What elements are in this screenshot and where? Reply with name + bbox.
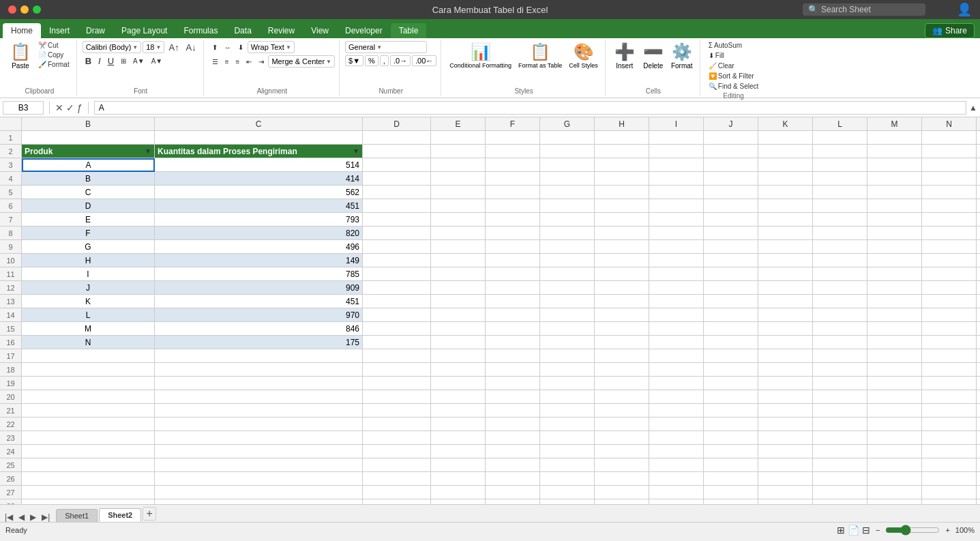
cell-m12[interactable] <box>867 281 922 295</box>
cell-e27[interactable] <box>431 486 486 499</box>
align-bottom-button[interactable]: ⬇ <box>235 43 246 52</box>
cell-o18[interactable] <box>977 363 980 377</box>
cell-n15[interactable] <box>922 322 977 336</box>
cell-k6[interactable] <box>758 199 813 213</box>
cell-j24[interactable] <box>704 445 758 458</box>
cell-h26[interactable] <box>595 472 649 486</box>
cell-g25[interactable] <box>540 458 595 472</box>
cell-n18[interactable] <box>922 363 977 377</box>
cell-e16[interactable] <box>431 336 486 349</box>
insert-button[interactable]: ➕ Insert <box>611 41 638 71</box>
cell-j2[interactable] <box>704 145 758 158</box>
cell-b13[interactable]: K <box>22 295 155 308</box>
cell-d16[interactable] <box>363 336 431 349</box>
cell-o8[interactable] <box>977 226 980 240</box>
cell-d17[interactable] <box>363 349 431 363</box>
cell-e20[interactable] <box>431 390 486 404</box>
cell-g9[interactable] <box>540 240 595 254</box>
cell-h21[interactable] <box>595 404 649 418</box>
cell-c12[interactable]: 909 <box>155 281 363 295</box>
cell-d23[interactable] <box>363 431 431 445</box>
cell-o19[interactable] <box>977 377 980 390</box>
wrap-text-dropdown[interactable]: Wrap Text ▼ <box>248 41 295 53</box>
col-header-d[interactable]: D <box>363 117 431 131</box>
cell-b12[interactable]: J <box>22 281 155 295</box>
cell-g16[interactable] <box>540 336 595 349</box>
cell-j1[interactable] <box>704 131 758 145</box>
cell-j6[interactable] <box>704 199 758 213</box>
cell-n13[interactable] <box>922 295 977 308</box>
cell-h22[interactable] <box>595 418 649 431</box>
cell-k21[interactable] <box>758 404 813 418</box>
cell-e3[interactable] <box>431 158 486 172</box>
cell-m27[interactable] <box>867 486 922 499</box>
cell-e24[interactable] <box>431 445 486 458</box>
cell-m16[interactable] <box>867 336 922 349</box>
align-center-button[interactable]: ≡ <box>222 57 232 66</box>
cell-n17[interactable] <box>922 349 977 363</box>
cell-l19[interactable] <box>813 377 867 390</box>
cell-d27[interactable] <box>363 486 431 499</box>
cell-f3[interactable] <box>486 158 540 172</box>
cell-n5[interactable] <box>922 186 977 199</box>
cell-h27[interactable] <box>595 486 649 499</box>
col-header-i[interactable]: I <box>649 117 704 131</box>
cell-m4[interactable] <box>867 172 922 186</box>
cell-j26[interactable] <box>704 472 758 486</box>
cell-m28[interactable] <box>867 499 922 504</box>
cell-k3[interactable] <box>758 158 813 172</box>
cell-e26[interactable] <box>431 472 486 486</box>
cell-b18[interactable] <box>22 363 155 377</box>
cell-n26[interactable] <box>922 472 977 486</box>
underline-button[interactable]: U <box>105 55 117 67</box>
cell-b6[interactable]: D <box>22 199 155 213</box>
cell-o2[interactable] <box>977 145 980 158</box>
cell-d28[interactable] <box>363 499 431 504</box>
cell-l13[interactable] <box>813 295 867 308</box>
cell-h12[interactable] <box>595 281 649 295</box>
cell-f12[interactable] <box>486 281 540 295</box>
cell-k11[interactable] <box>758 267 813 281</box>
cell-l3[interactable] <box>813 158 867 172</box>
cell-f18[interactable] <box>486 363 540 377</box>
cell-k14[interactable] <box>758 308 813 322</box>
cell-e22[interactable] <box>431 418 486 431</box>
tab-formulas[interactable]: Formulas <box>175 23 226 38</box>
cell-b7[interactable]: E <box>22 213 155 226</box>
merge-center-dropdown[interactable]: Merge & Center ▼ <box>268 55 335 68</box>
cell-b2-header[interactable]: Produk ▼ <box>22 145 155 158</box>
cell-j20[interactable] <box>704 390 758 404</box>
cell-e11[interactable] <box>431 267 486 281</box>
cell-m21[interactable] <box>867 404 922 418</box>
cell-c21[interactable] <box>155 404 363 418</box>
cell-o27[interactable] <box>977 486 980 499</box>
cell-o4[interactable] <box>977 172 980 186</box>
cell-l27[interactable] <box>813 486 867 499</box>
cell-l24[interactable] <box>813 445 867 458</box>
format-as-table-button[interactable]: 📋 Format as Table <box>516 41 565 70</box>
cell-b4[interactable]: B <box>22 172 155 186</box>
cell-e13[interactable] <box>431 295 486 308</box>
cell-b15[interactable]: M <box>22 322 155 336</box>
cell-m22[interactable] <box>867 418 922 431</box>
cell-b8[interactable]: F <box>22 226 155 240</box>
cell-h15[interactable] <box>595 322 649 336</box>
cell-o6[interactable] <box>977 199 980 213</box>
cell-j27[interactable] <box>704 486 758 499</box>
cell-g6[interactable] <box>540 199 595 213</box>
cell-e28[interactable] <box>431 499 486 504</box>
cell-n8[interactable] <box>922 226 977 240</box>
cell-h28[interactable] <box>595 499 649 504</box>
cell-o25[interactable] <box>977 458 980 472</box>
normal-view-icon[interactable]: ⊞ <box>837 525 845 536</box>
tab-review[interactable]: Review <box>260 23 303 38</box>
cell-k16[interactable] <box>758 336 813 349</box>
cell-b21[interactable] <box>22 404 155 418</box>
cell-l6[interactable] <box>813 199 867 213</box>
sort-filter-button[interactable]: 🔽 Sort & Filter <box>706 72 757 81</box>
cell-g28[interactable] <box>540 499 595 504</box>
cell-l15[interactable] <box>813 322 867 336</box>
cell-i24[interactable] <box>649 445 704 458</box>
col-header-m[interactable]: M <box>867 117 922 131</box>
cell-c23[interactable] <box>155 431 363 445</box>
